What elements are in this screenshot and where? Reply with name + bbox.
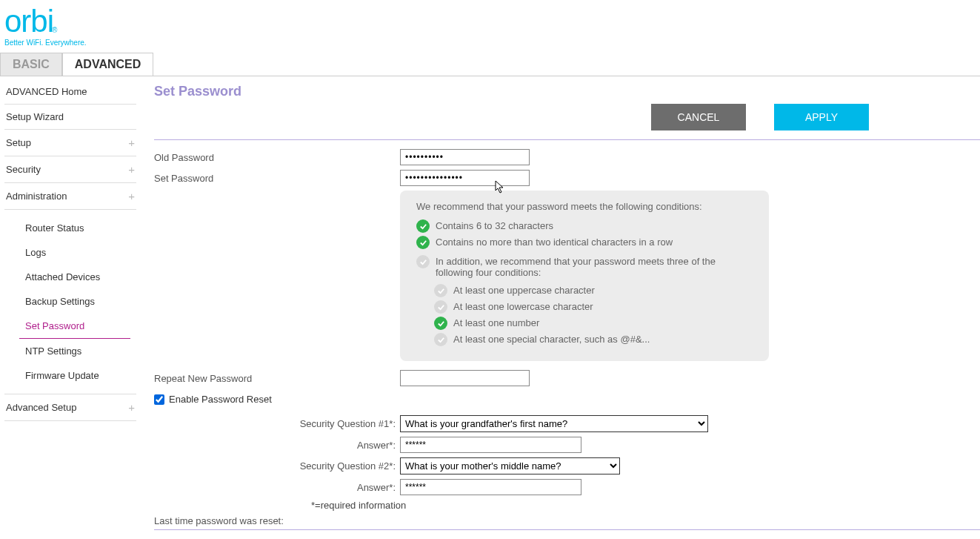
plus-icon: + (128, 190, 135, 202)
sub-intro-text: In addition, we recommend that your pass… (436, 255, 756, 278)
brand-tagline: Better WiFi. Everywhere. (4, 39, 976, 47)
last-reset-label: Last time password was reset: (154, 515, 980, 526)
main-content: Set Password CANCEL APPLY Old Password S… (141, 76, 980, 530)
password-hint-box: We recommend that your password meets th… (400, 191, 769, 361)
plus-icon: + (128, 163, 135, 176)
set-password-label: Set Password (154, 173, 400, 184)
answer-2-label: Answer*: (154, 482, 400, 493)
repeat-password-label: Repeat New Password (154, 373, 400, 384)
sidebar-sub-firmware-update[interactable]: Firmware Update (4, 363, 136, 388)
sidebar-item-security[interactable]: Security+ (4, 156, 136, 183)
plus-icon: + (128, 136, 135, 149)
check-pass-icon (434, 317, 447, 330)
check-fail-icon (434, 284, 447, 297)
check-pass-icon (416, 236, 430, 249)
sidebar-sub-ntp-settings[interactable]: NTP Settings (4, 339, 136, 363)
answer-2-input[interactable] (400, 479, 581, 495)
condition-text: Contains no more than two identical char… (436, 236, 673, 248)
enable-password-reset-label: Enable Password Reset (169, 394, 272, 405)
condition-text: At least one special character, such as … (453, 333, 650, 345)
answer-1-label: Answer*: (154, 440, 400, 451)
condition-text: At least one uppercase character (453, 284, 595, 296)
apply-button[interactable]: APPLY (774, 104, 869, 130)
divider (154, 139, 980, 140)
check-fail-icon (434, 300, 447, 314)
hint-intro: We recommend that your password meets th… (416, 201, 756, 212)
tab-advanced[interactable]: ADVANCED (62, 53, 153, 76)
sidebar-sub-attached-devices[interactable]: Attached Devices (4, 265, 136, 289)
tab-basic[interactable]: BASIC (0, 53, 62, 76)
check-fail-icon (416, 255, 430, 268)
required-note: *=required information (311, 500, 980, 511)
check-fail-icon (434, 333, 447, 346)
sidebar-sub-router-status[interactable]: Router Status (4, 216, 136, 240)
security-question-1-select[interactable]: What is your grandfather's first name? (400, 415, 708, 432)
sidebar-sub-logs[interactable]: Logs (4, 240, 136, 265)
security-question-2-label: Security Question #2*: (154, 460, 400, 472)
brand-logo: orbi® (4, 6, 976, 37)
sidebar-item-advanced-home[interactable]: ADVANCED Home (4, 79, 136, 105)
sidebar: ADVANCED Home Setup Wizard Setup+ Securi… (0, 76, 141, 530)
security-question-1-label: Security Question #1*: (154, 418, 400, 429)
old-password-label: Old Password (154, 152, 400, 163)
repeat-password-input[interactable] (400, 370, 530, 386)
sidebar-sub-set-password[interactable]: Set Password (19, 314, 130, 339)
page-title: Set Password (154, 84, 980, 99)
old-password-input[interactable] (400, 149, 530, 165)
enable-password-reset-checkbox[interactable] (154, 394, 164, 405)
answer-1-input[interactable] (400, 437, 581, 453)
cancel-button[interactable]: CANCEL (651, 104, 746, 130)
sidebar-item-setup-wizard[interactable]: Setup Wizard (4, 105, 136, 130)
logo-area: orbi® Better WiFi. Everywhere. (0, 0, 980, 48)
plus-icon: + (128, 401, 135, 414)
tab-bar: BASIC ADVANCED (0, 53, 980, 76)
sidebar-item-advanced-setup[interactable]: Advanced Setup+ (4, 394, 136, 421)
condition-text: At least one lowercase character (453, 300, 593, 312)
check-pass-icon (416, 219, 430, 233)
sidebar-sub-backup-settings[interactable]: Backup Settings (4, 289, 136, 314)
sidebar-item-setup[interactable]: Setup+ (4, 130, 136, 156)
divider (154, 529, 980, 530)
sidebar-item-administration[interactable]: Administration+ (4, 183, 136, 210)
security-question-2-select[interactable]: What is your mother's middle name? (400, 457, 620, 474)
condition-text: At least one number (453, 317, 539, 328)
condition-text: Contains 6 to 32 characters (436, 219, 553, 231)
set-password-input[interactable] (400, 170, 530, 186)
